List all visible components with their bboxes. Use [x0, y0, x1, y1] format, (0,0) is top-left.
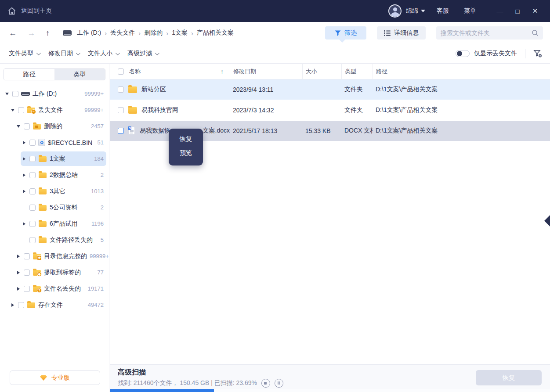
row-checkbox[interactable] — [118, 86, 124, 93]
checkbox[interactable] — [12, 91, 18, 97]
search-input[interactable] — [441, 29, 532, 36]
scan-progress-fill — [110, 389, 214, 392]
tree-item-work-drive[interactable]: 工作 (D:) 99999+ — [0, 86, 109, 102]
recover-button[interactable]: 恢复 — [476, 370, 542, 385]
breadcrumb-item[interactable]: 工作 (D:) — [77, 29, 101, 37]
checkbox[interactable] — [29, 172, 36, 178]
clear-filter-icon[interactable] — [533, 49, 542, 58]
tree-item-folder-6trial[interactable]: 6产品试用 1196 — [0, 216, 109, 232]
folder-icon — [38, 188, 47, 195]
checkbox[interactable] — [18, 302, 24, 308]
user-name[interactable]: 绵绵 — [406, 7, 418, 15]
advanced-filter-dropdown[interactable]: 高级过滤 — [127, 50, 158, 58]
checkbox[interactable] — [29, 221, 36, 227]
column-header-type[interactable]: 类型 — [341, 64, 373, 79]
folder-icon — [38, 220, 47, 227]
tree-item-tag-extracted[interactable]: ◆ 提取到标签的 77 — [0, 264, 109, 281]
tree-item-existing-files[interactable]: 存在文件 49472 — [0, 297, 109, 313]
modified-date-dropdown[interactable]: 修改日期 — [48, 50, 79, 58]
tree-item-recycle-bin[interactable]: ♻ $RECYCLE.BIN 51 — [0, 134, 109, 151]
column-header-date[interactable]: 修改日期 — [230, 64, 302, 79]
user-dropdown-caret-icon[interactable] — [421, 10, 425, 12]
pause-scan-button[interactable] — [275, 379, 283, 388]
checkbox[interactable] — [29, 140, 36, 146]
table-row[interactable]: 新站分区 2023/9/4 13:11 文件夹 D:\1文案\产品相关文案 — [110, 79, 550, 100]
checkbox[interactable] — [29, 237, 36, 243]
table-row[interactable]: 易我科技官网 2023/7/3 14:32 文件夹 D:\1文案\产品相关文案 — [110, 100, 550, 121]
collapse-arrow-icon[interactable] — [22, 141, 27, 144]
forward-arrow-button[interactable]: → — [27, 29, 35, 38]
sidebar-tab-control: 路径 类型 — [4, 68, 105, 80]
context-menu: 恢复 预览 — [169, 129, 203, 165]
back-to-home[interactable]: 返回到主页 — [0, 6, 52, 16]
close-button[interactable]: ✕ — [526, 7, 544, 15]
minimize-button[interactable]: — — [491, 7, 509, 15]
back-home-label: 返回到主页 — [21, 7, 52, 15]
checkbox[interactable] — [29, 205, 36, 211]
tab-type[interactable]: 类型 — [54, 69, 105, 80]
collapse-arrow-icon[interactable] — [22, 157, 27, 161]
file-size-dropdown[interactable]: 文件大小 — [88, 50, 119, 58]
tree-item-folder-2data[interactable]: 2数据总结 2 — [0, 167, 109, 183]
tree-item-folder-1wenan[interactable]: 1文案 184 — [0, 151, 109, 167]
lost-files-only-toggle[interactable] — [456, 50, 470, 57]
collapse-arrow-icon[interactable] — [10, 303, 15, 307]
collapse-arrow-icon[interactable] — [22, 173, 27, 177]
sort-ascending-icon[interactable]: ↑ — [221, 68, 224, 75]
search-icon[interactable] — [532, 29, 539, 36]
toggle-label: 仅显示丢失文件 — [474, 50, 517, 58]
upgrade-pro-button[interactable]: 专业版 — [10, 370, 100, 385]
row-checkbox[interactable] — [118, 128, 124, 134]
menu-button[interactable]: 菜单 — [464, 7, 476, 15]
expand-arrow-icon[interactable] — [10, 109, 15, 111]
expand-arrow-icon[interactable] — [16, 125, 21, 128]
column-header-path[interactable]: 路径 — [373, 64, 550, 79]
file-type-dropdown[interactable]: 文件类型 — [9, 50, 40, 58]
checkbox[interactable] — [18, 107, 24, 113]
collapse-arrow-icon[interactable] — [22, 222, 27, 226]
context-menu-preview[interactable]: 预览 — [169, 146, 203, 160]
tree-item-deleted[interactable]: 删除的 2457 — [0, 118, 109, 134]
collapse-arrow-icon[interactable] — [22, 190, 27, 193]
tree-item-dir-complete[interactable]: ★ 目录信息完整的 99999+ — [0, 248, 109, 264]
collapse-arrow-icon[interactable] — [16, 255, 21, 258]
maximize-button[interactable]: □ — [509, 7, 526, 15]
up-arrow-button[interactable]: ↑ — [46, 29, 50, 38]
breadcrumb-item[interactable]: 1文案 — [172, 29, 188, 37]
folder-icon — [38, 155, 47, 162]
tree-item-name-lost[interactable]: ? 文件名丢失的 19171 — [0, 281, 109, 297]
details-button[interactable]: 详细信息 — [377, 26, 426, 40]
file-type: 文件夹 — [341, 100, 373, 120]
context-menu-recover[interactable]: 恢复 — [169, 132, 203, 146]
tree-item-path-lost[interactable]: 文件路径丢失的 5 — [0, 232, 109, 248]
tab-path[interactable]: 路径 — [4, 69, 54, 80]
checkbox[interactable] — [24, 286, 30, 292]
file-name: 易我科技官网 — [141, 106, 178, 114]
support-button[interactable]: 客服 — [437, 7, 449, 15]
breadcrumb-item[interactable]: 产品相关文案 — [197, 29, 234, 37]
expand-arrow-icon[interactable] — [4, 93, 10, 95]
collapse-arrow-icon[interactable] — [16, 271, 21, 274]
folder-tree: 工作 (D:) 99999+ − 丢失文件 99999+ — [0, 86, 109, 313]
tree-item-folder-3other[interactable]: 3其它 1013 — [0, 183, 109, 199]
checkbox[interactable] — [24, 270, 30, 276]
checkbox[interactable] — [29, 188, 36, 194]
filter-button[interactable]: 筛选 — [325, 26, 366, 40]
panel-collapse-handle[interactable] — [544, 215, 550, 227]
tree-item-folder-5company[interactable]: 5公司资料 2 — [0, 199, 109, 216]
checkbox[interactable] — [29, 156, 36, 162]
stop-scan-button[interactable] — [261, 379, 270, 388]
column-header-size[interactable]: 大小 — [302, 64, 341, 79]
checkbox[interactable] — [24, 123, 30, 129]
select-all-checkbox[interactable] — [118, 68, 124, 75]
folder-trash-icon — [33, 123, 41, 130]
breadcrumb-item[interactable]: 丢失文件 — [110, 29, 135, 37]
back-arrow-button[interactable]: ← — [9, 29, 17, 38]
column-header-name[interactable]: 名称 — [129, 68, 141, 76]
checkbox[interactable] — [24, 253, 30, 259]
tree-item-lost-files[interactable]: − 丢失文件 99999+ — [0, 102, 109, 118]
collapse-arrow-icon[interactable] — [16, 287, 21, 291]
breadcrumb-item[interactable]: 删除的 — [144, 29, 163, 37]
row-checkbox[interactable] — [118, 107, 124, 113]
user-avatar[interactable] — [388, 4, 402, 18]
